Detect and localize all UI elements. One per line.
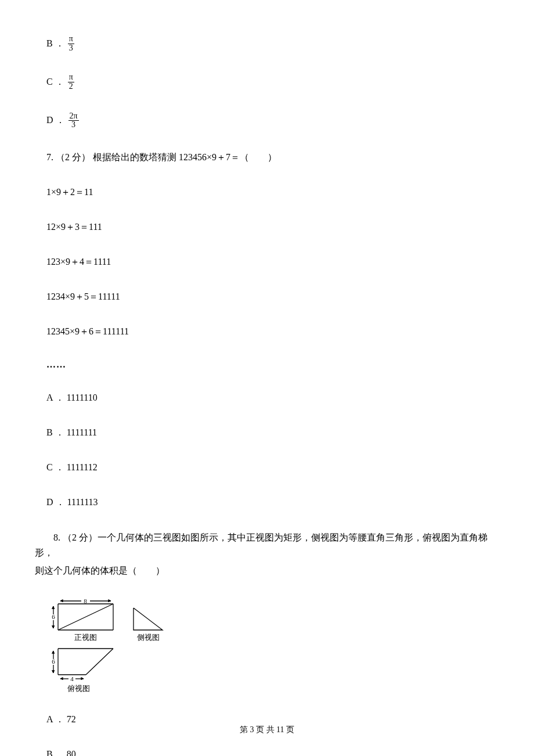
q7-stem: 7. （2 分） 根据给出的数塔猜测 123456×9＋7＝（ ） [46,150,499,164]
q8-choice-b-label: B ． [46,749,64,756]
q7-choice-b-label: B ． [46,427,64,437]
option-b-label: B ． [46,38,64,50]
svg-text:6: 6 [52,613,55,620]
option-c-label: C ． [46,76,64,88]
q7-line-4: 1234×9＋5＝11111 [46,290,499,304]
q8-choice-a-text: 72 [67,714,76,724]
q8-stem: 8. （2 分）一个几何体的三视图如图所示，其中正视图为矩形，侧视图为等腰直角三… [35,530,499,560]
q7-choice-d: D ． 1111113 [46,495,499,509]
page-footer: 第 3 页 共 11 页 [0,725,534,735]
q7-choice-c-text: 1111112 [67,462,98,472]
three-view-diagram-icon: 8 6 正视图 侧视图 6 4 [46,599,174,695]
q8-diagram: 8 6 正视图 侧视图 6 4 [46,599,499,695]
q7-choice-b-text: 1111111 [67,427,97,437]
svg-text:8: 8 [84,599,87,604]
svg-text:正视图: 正视图 [74,633,97,642]
q7-choice-d-text: 1111113 [67,497,98,507]
svg-text:俯视图: 俯视图 [67,684,90,693]
option-c-frac: π 2 [68,73,74,91]
q7-line-5: 12345×9＋6＝111111 [46,325,499,339]
option-b: B ． π 3 [46,35,499,52]
option-d: D ． 2π 3 [46,112,499,129]
q8-stem2: 则这个几何体的体积是（ ） [35,563,499,578]
svg-line-4 [58,604,113,630]
q7-choice-a: A ． 1111110 [46,391,499,405]
q7-choice-a-text: 1111110 [67,393,98,402]
q8-choice-a-label: A ． [46,714,64,724]
svg-text:4: 4 [70,675,74,682]
svg-text:6: 6 [52,658,55,665]
q7-line-3: 123×9＋4＝1111 [46,255,499,269]
q8-choice-b-text: 80 [67,749,76,756]
q7-choice-d-label: D ． [46,497,65,507]
q7-choice-c: C ． 1111112 [46,460,499,474]
option-d-frac: 2π 3 [68,112,79,129]
q7-choice-c-label: C ． [46,462,64,472]
svg-line-14 [86,649,113,675]
q7-ellipsis: …… [46,359,499,370]
q8-choice-b: B ． 80 [46,747,499,756]
q7-line-1: 1×9＋2＝11 [46,185,499,199]
option-b-frac: π 3 [68,35,74,52]
q7-choice-b: B ． 1111111 [46,426,499,440]
q7-line-2: 12×9＋3＝111 [46,220,499,234]
option-c: C ． π 2 [46,73,499,91]
q7-choice-a-label: A ． [46,393,64,402]
svg-text:侧视图: 侧视图 [137,633,160,642]
option-d-label: D ． [46,114,65,127]
